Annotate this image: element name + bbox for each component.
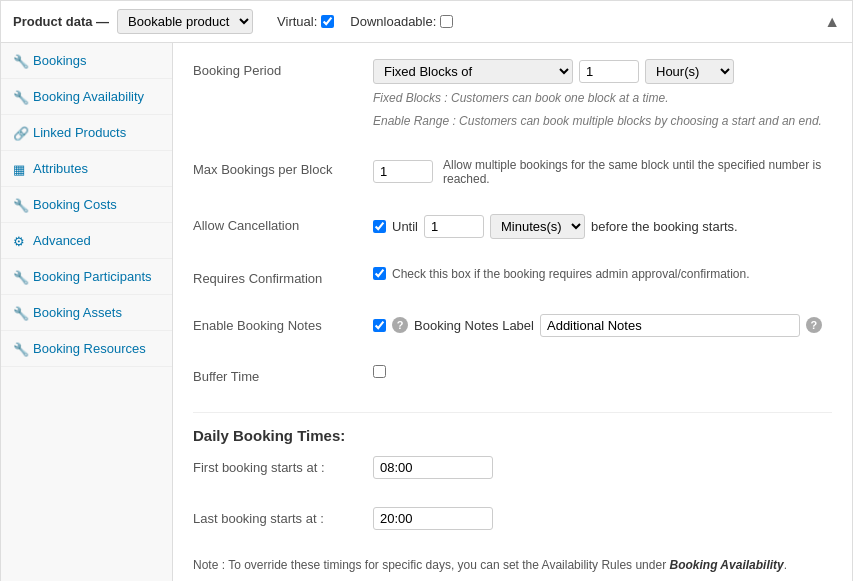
sidebar-item-booking-costs[interactable]: 🔧 Booking Costs	[1, 187, 172, 223]
booking-period-label: Booking Period	[193, 59, 373, 78]
last-booking-content	[373, 507, 832, 530]
wrench-icon-3: 🔧	[13, 198, 27, 212]
downloadable-checkbox[interactable]	[440, 15, 453, 28]
main-content: Booking Period Fixed Blocks of Customer …	[173, 43, 852, 581]
booking-notes-help-icon[interactable]: ?	[392, 317, 408, 333]
sidebar-item-booking-resources[interactable]: 🔧 Booking Resources	[1, 331, 172, 367]
allow-cancellation-unit-select[interactable]: Minutes(s) Hours(s) Days(s)	[490, 214, 585, 239]
booking-period-unit-select[interactable]: Hour(s) Minute(s) Day(s)	[645, 59, 734, 84]
allow-cancellation-checkbox[interactable]	[373, 220, 386, 233]
downloadable-group: Downloadable:	[350, 14, 453, 29]
sidebar-item-bookings[interactable]: 🔧 Bookings	[1, 43, 172, 79]
requires-confirmation-content: Check this box if the booking requires a…	[373, 267, 832, 281]
sidebar-item-advanced-label: Advanced	[33, 233, 91, 248]
sidebar-item-booking-costs-label: Booking Costs	[33, 197, 117, 212]
wrench-icon-6: 🔧	[13, 342, 27, 356]
buffer-time-row: Buffer Time	[193, 365, 832, 398]
allow-cancellation-until-label: Until	[392, 219, 418, 234]
enable-booking-notes-label: Enable Booking Notes	[193, 314, 373, 333]
grid-icon: ▦	[13, 162, 27, 176]
daily-booking-times-section: Daily Booking Times: First booking start…	[193, 427, 832, 572]
note-prefix: Note : To override these timings for spe…	[193, 558, 666, 572]
virtual-label: Virtual:	[277, 14, 317, 29]
sidebar-item-attributes-label: Attributes	[33, 161, 88, 176]
sidebar-item-linked-products-label: Linked Products	[33, 125, 126, 140]
sidebar-item-booking-assets-label: Booking Assets	[33, 305, 122, 320]
virtual-group: Virtual:	[277, 14, 334, 29]
wrench-icon-4: 🔧	[13, 270, 27, 284]
sidebar-item-booking-participants[interactable]: 🔧 Booking Participants	[1, 259, 172, 295]
booking-period-controls: Fixed Blocks of Customer defined blocks …	[373, 59, 734, 84]
booking-notes-label-input[interactable]	[540, 314, 800, 337]
first-booking-content	[373, 456, 832, 479]
booking-period-row: Booking Period Fixed Blocks of Customer …	[193, 59, 832, 144]
gear-icon: ⚙	[13, 234, 27, 248]
sidebar-item-booking-availability[interactable]: 🔧 Booking Availability	[1, 79, 172, 115]
first-booking-label: First booking starts at :	[193, 456, 373, 475]
last-booking-label: Last booking starts at :	[193, 507, 373, 526]
section-divider	[193, 412, 832, 413]
booking-period-number-input[interactable]	[579, 60, 639, 83]
wrench-icon-2: 🔧	[13, 90, 27, 104]
virtual-checkbox[interactable]	[321, 15, 334, 28]
requires-confirmation-help: Check this box if the booking requires a…	[392, 267, 750, 281]
product-data-body: 🔧 Bookings 🔧 Booking Availability 🔗 Link…	[1, 43, 852, 581]
max-bookings-label: Max Bookings per Block	[193, 158, 373, 177]
requires-confirmation-label: Requires Confirmation	[193, 267, 373, 286]
first-booking-row: First booking starts at :	[193, 456, 832, 493]
allow-cancellation-content: Until Minutes(s) Hours(s) Days(s) before…	[373, 214, 832, 239]
product-data-header: Product data — Bookable product Simple p…	[1, 1, 852, 43]
booking-period-help2: Enable Range : Customers can book multip…	[373, 113, 822, 130]
sidebar-item-bookings-label: Bookings	[33, 53, 86, 68]
enable-booking-notes-checkbox[interactable]	[373, 319, 386, 332]
last-booking-row: Last booking starts at :	[193, 507, 832, 544]
note-text: Note : To override these timings for spe…	[193, 558, 832, 572]
buffer-time-checkbox[interactable]	[373, 365, 386, 378]
max-bookings-help: Allow multiple bookings for the same blo…	[443, 158, 832, 186]
booking-period-help1: Fixed Blocks : Customers can book one bl…	[373, 90, 668, 107]
wrench-icon: 🔧	[13, 54, 27, 68]
requires-confirmation-checkbox[interactable]	[373, 267, 386, 280]
allow-cancellation-label: Allow Cancellation	[193, 214, 373, 233]
product-type-select[interactable]: Bookable product Simple product Variable…	[117, 9, 253, 34]
allow-cancellation-row: Allow Cancellation Until Minutes(s) Hour…	[193, 214, 832, 253]
allow-cancellation-suffix: before the booking starts.	[591, 219, 738, 234]
daily-booking-times-title: Daily Booking Times:	[193, 427, 832, 444]
sidebar-item-booking-participants-label: Booking Participants	[33, 269, 152, 284]
booking-period-type-select[interactable]: Fixed Blocks of Customer defined blocks …	[373, 59, 573, 84]
sidebar-item-booking-availability-label: Booking Availability	[33, 89, 144, 104]
last-booking-input[interactable]	[373, 507, 493, 530]
collapse-arrow-icon[interactable]: ▲	[824, 13, 840, 31]
buffer-time-label: Buffer Time	[193, 365, 373, 384]
sidebar: 🔧 Bookings 🔧 Booking Availability 🔗 Link…	[1, 43, 173, 581]
note-suffix: .	[784, 558, 787, 572]
booking-availability-link[interactable]: Booking Availability	[669, 558, 783, 572]
link-icon: 🔗	[13, 126, 27, 140]
enable-booking-notes-row: Enable Booking Notes ? Booking Notes Lab…	[193, 314, 832, 351]
product-data-wrapper: Product data — Bookable product Simple p…	[0, 0, 853, 581]
sidebar-item-booking-assets[interactable]: 🔧 Booking Assets	[1, 295, 172, 331]
max-bookings-controls: Allow multiple bookings for the same blo…	[373, 158, 832, 186]
booking-period-content: Fixed Blocks of Customer defined blocks …	[373, 59, 832, 130]
first-booking-input[interactable]	[373, 456, 493, 479]
sidebar-item-attributes[interactable]: ▦ Attributes	[1, 151, 172, 187]
max-bookings-content: Allow multiple bookings for the same blo…	[373, 158, 832, 186]
requires-confirmation-row: Requires Confirmation Check this box if …	[193, 267, 832, 300]
max-bookings-row: Max Bookings per Block Allow multiple bo…	[193, 158, 832, 200]
sidebar-item-advanced[interactable]: ⚙ Advanced	[1, 223, 172, 259]
downloadable-label: Downloadable:	[350, 14, 436, 29]
allow-cancellation-value-input[interactable]	[424, 215, 484, 238]
virtual-downloadable-group: Virtual: Downloadable:	[277, 14, 453, 29]
buffer-time-content	[373, 365, 832, 378]
booking-notes-label-label: Booking Notes Label	[414, 318, 534, 333]
booking-notes-label-help-icon[interactable]: ?	[806, 317, 822, 333]
sidebar-item-booking-resources-label: Booking Resources	[33, 341, 146, 356]
sidebar-item-linked-products[interactable]: 🔗 Linked Products	[1, 115, 172, 151]
max-bookings-input[interactable]	[373, 160, 433, 183]
enable-booking-notes-content: ? Booking Notes Label ?	[373, 314, 832, 337]
wrench-icon-5: 🔧	[13, 306, 27, 320]
product-data-label: Product data —	[13, 14, 109, 29]
